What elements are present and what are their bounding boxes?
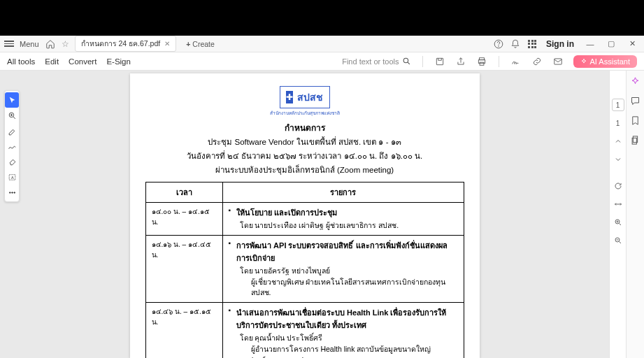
svg-point-16 xyxy=(11,192,13,193)
all-tools-button[interactable]: All tools xyxy=(7,57,35,66)
logo-text: สปสช xyxy=(297,90,323,105)
agenda-table: เวลา รายการ ๑๔.๐๐ น. – ๑๔.๑๕ น. ▪ให้นโยบ… xyxy=(145,182,464,358)
th-item: รายการ xyxy=(222,182,464,203)
highlight-tool-icon[interactable] xyxy=(5,123,19,138)
doc-subtitle-1: ประชุม Software Vendor ในเขตพื้นที่ สปสช… xyxy=(145,136,464,148)
text-tool-icon[interactable]: A xyxy=(5,169,19,185)
logo-mark-icon: ✚ xyxy=(286,91,293,103)
row-title: การพัฒนา API ระบบตรวจสอบสิทธิ์ และการเพิ… xyxy=(236,239,457,264)
convert-button[interactable]: Convert xyxy=(69,57,96,66)
cell-time: ๑๔.๐๐ น. – ๑๔.๑๕ น. xyxy=(145,203,222,236)
menu-button[interactable] xyxy=(4,41,14,47)
left-tool-rail: A xyxy=(4,90,20,202)
tools-bar: All tools Edit Convert E-Sign Find text … xyxy=(0,52,644,71)
document-tab[interactable]: กำหนดการ 24 ธค.67.pdf ✕ xyxy=(75,36,177,52)
create-tab-button[interactable]: + Create xyxy=(182,38,219,50)
pages-panel-icon[interactable] xyxy=(629,134,642,146)
edit-button[interactable]: Edit xyxy=(45,57,59,66)
svg-rect-8 xyxy=(554,58,561,64)
sparkle-icon xyxy=(580,58,587,65)
doc-subtitle-3: ผ่านระบบห้องประชุมอิเล็กทรอนิกส์ (Zoom m… xyxy=(145,164,464,176)
page-up-icon[interactable] xyxy=(612,135,624,148)
svg-line-10 xyxy=(13,117,15,119)
close-tab-icon[interactable]: ✕ xyxy=(164,40,170,48)
save-icon[interactable] xyxy=(434,56,445,67)
org-logo: ✚ สปสช xyxy=(280,86,330,108)
page-down-icon[interactable] xyxy=(612,153,624,166)
row-sub: ผู้อำนวยการโครงการ Health link สถาบันข้อ… xyxy=(251,344,458,358)
th-time: เวลา xyxy=(145,182,222,203)
bookmark-panel-icon[interactable] xyxy=(629,114,642,127)
more-tools-icon[interactable] xyxy=(5,185,19,200)
cell-detail: ▪การพัฒนา API ระบบตรวจสอบสิทธิ์ และการเพ… xyxy=(222,235,464,302)
cell-detail: ▪นำเสนอการพัฒนาเชื่อมต่อระบบ Health Link… xyxy=(222,303,464,359)
tab-title: กำหนดการ 24 ธค.67.pdf xyxy=(81,38,161,50)
document-canvas[interactable]: ✚ สปสช สำนักงานหลักประกันสุขภาพแห่งชาติ … xyxy=(0,71,609,358)
esign-button[interactable]: E-Sign xyxy=(106,57,131,66)
svg-line-19 xyxy=(619,224,621,226)
home-icon[interactable] xyxy=(45,38,56,50)
row-title: นำเสนอการพัฒนาเชื่อมต่อระบบ Health Link … xyxy=(236,306,457,331)
row-sub: โดย นายประเทือง เผ่าดิษฐ ผู้ช่วยเลขาธิกา… xyxy=(240,220,458,231)
titlebar: Menu ☆ กำหนดการ 24 ธค.67.pdf ✕ + Create … xyxy=(0,36,644,52)
page-current[interactable]: 1 xyxy=(612,99,624,111)
find-placeholder: Find text or tools xyxy=(342,57,399,66)
row-sub: โดย นายอัครรัฐ หย่างไพบูลย์ xyxy=(240,266,458,277)
link-icon[interactable] xyxy=(531,56,543,67)
sign-in-button[interactable]: Sign in xyxy=(546,39,574,49)
ai-assistant-label: AI Assistant xyxy=(590,57,630,66)
help-icon[interactable] xyxy=(493,38,504,50)
app-window: Menu ☆ กำหนดการ 24 ธค.67.pdf ✕ + Create … xyxy=(0,36,644,358)
share-icon[interactable] xyxy=(455,56,466,67)
table-row: ๑๔.๔๖ น. – ๑๕.๑๕ น. ▪นำเสนอการพัฒนาเชื่อ… xyxy=(145,303,464,359)
svg-rect-7 xyxy=(480,62,484,65)
svg-rect-4 xyxy=(436,58,443,64)
cell-time: ๑๔.๔๖ น. – ๑๕.๑๕ น. xyxy=(145,303,222,359)
bell-icon[interactable] xyxy=(510,38,521,50)
page-nav-rail: 1 1 xyxy=(609,71,626,358)
svg-rect-5 xyxy=(479,57,484,59)
svg-point-15 xyxy=(9,192,10,193)
main-area: A ✚ สปสช สำนักงานหลักประกันสุขภาพแห่งชาต… xyxy=(0,71,644,358)
plus-icon: + xyxy=(186,40,190,48)
svg-point-1 xyxy=(499,45,499,46)
search-icon xyxy=(402,57,411,66)
find-group[interactable]: Find text or tools xyxy=(342,57,410,66)
signature-icon[interactable] xyxy=(510,56,522,67)
cell-detail: ▪ให้นโยบาย และเปิดการประชุม โดย นายประเท… xyxy=(222,203,464,236)
row-sub: ผู้เชี่ยวชาญพิเศษ ฝ่ายเทคโนโลยีสารสนเทศก… xyxy=(251,277,458,299)
create-label: Create xyxy=(192,40,215,48)
svg-line-3 xyxy=(408,62,410,64)
window-close-icon[interactable]: ✕ xyxy=(624,38,640,50)
select-tool-icon[interactable] xyxy=(5,92,19,108)
window-minimize-icon[interactable]: — xyxy=(582,38,598,50)
window-maximize-icon[interactable]: ▢ xyxy=(603,38,619,50)
fit-width-icon[interactable] xyxy=(612,198,624,210)
star-icon[interactable]: ☆ xyxy=(62,39,69,49)
row-title: ให้นโยบาย และเปิดการประชุม xyxy=(236,206,337,219)
ai-panel-icon[interactable] xyxy=(629,75,642,87)
zoom-tool-icon[interactable] xyxy=(5,108,19,123)
doc-title: กำหนดการ xyxy=(145,121,464,134)
logo-subtitle: สำนักงานหลักประกันสุขภาพแห่งชาติ xyxy=(145,110,464,117)
svg-line-23 xyxy=(619,242,621,244)
apps-grid-icon[interactable] xyxy=(527,38,538,50)
right-panel-rail xyxy=(626,71,644,358)
row-sub: โดย คุณน้ำฝน ประโพธิ์ศรี xyxy=(240,333,458,344)
ai-assistant-button[interactable]: AI Assistant xyxy=(573,55,637,68)
table-row: ๑๔.๑๖ น. – ๑๔.๔๕ น. ▪การพัฒนา API ระบบตร… xyxy=(145,235,464,302)
zoom-in-icon[interactable] xyxy=(612,216,624,229)
rotate-icon[interactable] xyxy=(612,180,624,192)
mail-icon[interactable] xyxy=(552,56,564,67)
draw-tool-icon[interactable] xyxy=(5,138,19,154)
table-row: ๑๔.๐๐ น. – ๑๔.๑๕ น. ▪ให้นโยบาย และเปิดกา… xyxy=(145,203,464,236)
cell-time: ๑๔.๑๖ น. – ๑๔.๔๕ น. xyxy=(145,235,222,302)
svg-point-2 xyxy=(403,58,408,63)
svg-text:A: A xyxy=(10,175,13,179)
page-total: 1 xyxy=(612,117,624,129)
doc-subtitle-2: วันอังคารที่ ๒๔ ธันวาคม ๒๕๖๗ ระหว่างเวลา… xyxy=(145,150,464,162)
erase-tool-icon[interactable] xyxy=(5,154,19,169)
comment-panel-icon[interactable] xyxy=(629,94,642,107)
print-icon[interactable] xyxy=(476,56,487,67)
zoom-out-icon[interactable] xyxy=(612,234,624,247)
